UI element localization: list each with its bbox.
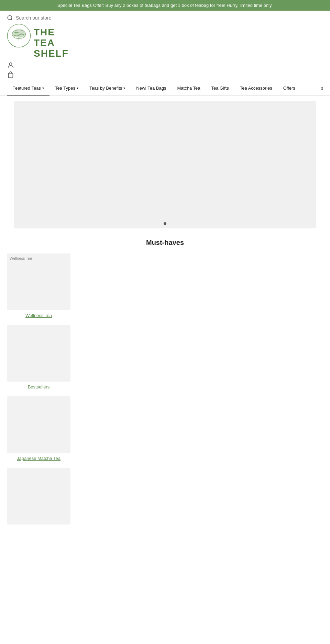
product-image-1: Wellness Tea <box>7 253 70 310</box>
search-input[interactable] <box>16 15 85 21</box>
announcement-text: Special Tea Bags Offer: Buy any 2 boxes … <box>57 3 273 8</box>
logo-icon[interactable] <box>7 24 31 49</box>
hero-banner <box>14 101 316 228</box>
product-card-bestsellers: Bestsellers <box>7 325 70 389</box>
cart-count: 0 <box>321 86 323 91</box>
product-card-matcha: Japanese Matcha Tea <box>7 396 70 461</box>
product-image-4 <box>7 468 70 524</box>
nav-tea-types[interactable]: Tea Types ▾ <box>50 81 84 95</box>
nav-tea-accessories[interactable]: Tea Accessories <box>234 81 278 95</box>
product-image-label-1: Wellness Tea <box>10 256 32 260</box>
svg-line-1 <box>11 19 12 20</box>
header-icons <box>7 61 323 79</box>
account-icon[interactable] <box>7 61 14 69</box>
nav-tea-gifts[interactable]: Tea Gifts <box>206 81 234 95</box>
hero-banner-wrapper <box>0 96 330 228</box>
svg-point-6 <box>9 63 12 65</box>
search-row <box>7 15 323 21</box>
chevron-down-icon: ▾ <box>42 86 44 90</box>
main-nav: Featured Teas ▾ Tea Types ▾ Teas by Bene… <box>0 81 330 96</box>
cart-icon[interactable] <box>7 71 14 79</box>
chevron-down-icon: ▾ <box>123 86 125 90</box>
product-link-matcha[interactable]: Japanese Matcha Tea <box>7 456 70 461</box>
logo-area: THETEASHELF <box>7 24 323 59</box>
svg-point-3 <box>12 29 25 37</box>
nav-matcha-tea[interactable]: Matcha Tea <box>172 81 206 95</box>
svg-rect-7 <box>9 74 13 78</box>
nav-teas-by-benefits[interactable]: Teas by Benefits ▾ <box>84 81 131 95</box>
product-image-3 <box>7 396 70 453</box>
hero-dots <box>164 222 166 225</box>
nav-offers[interactable]: Offers <box>278 81 301 95</box>
search-icon[interactable] <box>7 15 13 21</box>
chevron-down-icon: ▾ <box>77 86 78 90</box>
nav-featured-teas[interactable]: Featured Teas ▾ <box>7 81 50 95</box>
product-card-4 <box>7 468 70 524</box>
product-link-bestsellers[interactable]: Bestsellers <box>7 384 70 389</box>
header: THETEASHELF 0 <box>0 11 330 79</box>
svg-point-0 <box>8 15 12 20</box>
must-haves-title: Must-haves <box>7 239 323 247</box>
cart-icon-row[interactable] <box>7 71 323 79</box>
logo-text[interactable]: THETEASHELF <box>34 27 69 59</box>
hero-dot-1[interactable] <box>164 222 166 225</box>
product-link-wellness-tea[interactable]: Wellness Tea <box>7 313 70 318</box>
announcement-bar: Special Tea Bags Offer: Buy any 2 boxes … <box>0 0 330 11</box>
account-icon-row[interactable] <box>7 61 323 69</box>
product-card-wellness-tea: Wellness Tea Wellness Tea <box>7 253 70 318</box>
nav-new-tea-bags[interactable]: New! Tea Bags <box>131 81 172 95</box>
product-image-2 <box>7 325 70 382</box>
must-haves-section: Must-haves Wellness Tea Wellness Tea Bes… <box>0 228 330 538</box>
